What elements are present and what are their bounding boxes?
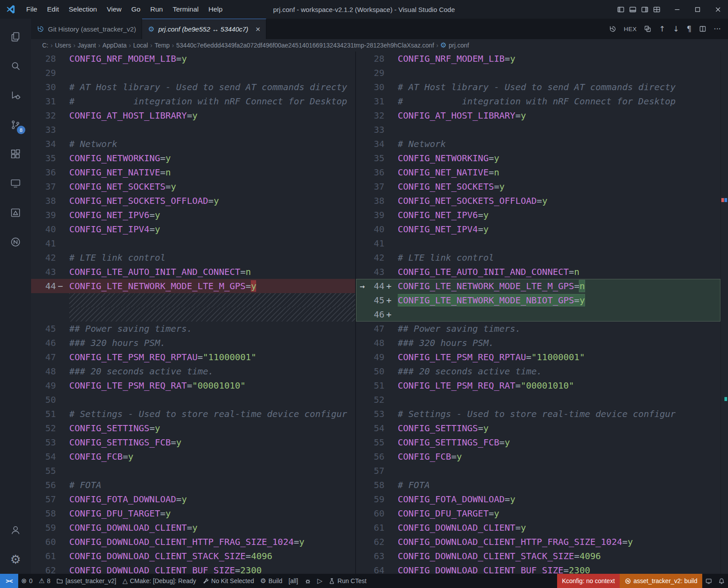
- code-line[interactable]: 46+: [356, 307, 720, 322]
- code-line[interactable]: 51# Settings - Used to store real-time d…: [31, 407, 355, 421]
- code-line[interactable]: 59CONFIG_FOTA_DOWNLOAD=y: [356, 492, 720, 506]
- menu-go[interactable]: Go: [127, 4, 146, 15]
- breadcrumb-item[interactable]: Users: [55, 42, 72, 49]
- code-line[interactable]: 61CONFIG_DOWNLOAD_CLIENT_STACK_SIZE=4096: [31, 549, 355, 563]
- code-line[interactable]: 29: [356, 66, 720, 80]
- code-line[interactable]: 37CONFIG_NET_SOCKETS=y: [31, 179, 355, 194]
- next-change-button[interactable]: ↓: [673, 25, 679, 33]
- code-line[interactable]: 45## Power saving timers.: [31, 322, 355, 336]
- code-line[interactable]: 31# integration with nRF Connect for Des…: [356, 94, 720, 108]
- code-line[interactable]: 47## Power saving timers.: [356, 322, 720, 336]
- code-line[interactable]: 28CONFIG_NRF_MODEM_LIB=y: [31, 52, 355, 66]
- activity-item-source-control[interactable]: 8: [0, 110, 31, 139]
- code-line[interactable]: 48### 320 hours PSM.: [356, 336, 720, 350]
- activity-item-run-and-debug[interactable]: [0, 81, 31, 110]
- minimize-button[interactable]: [667, 0, 687, 19]
- status-debug-target[interactable]: [301, 574, 314, 588]
- code-line[interactable]: 53CONFIG_SETTINGS_FCB=y: [31, 435, 355, 449]
- activity-item-settings[interactable]: ⚙: [0, 544, 31, 574]
- code-line[interactable]: 40CONFIG_NET_IPV4=y: [31, 222, 355, 236]
- code-line[interactable]: 43CONFIG_LTE_AUTO_INIT_AND_CONNECT=n: [356, 265, 720, 279]
- code-line[interactable]: 36CONFIG_NET_NATIVE=n: [31, 165, 355, 179]
- activity-item-search[interactable]: [0, 52, 31, 81]
- activity-item-explorer[interactable]: [0, 22, 31, 52]
- code-line[interactable]: 44−CONFIG_LTE_NETWORK_MODE_LTE_M_GPS=y: [31, 279, 355, 293]
- code-line[interactable]: 32CONFIG_AT_HOST_LIBRARY=y: [356, 108, 720, 123]
- code-line[interactable]: 34# Network: [31, 137, 355, 151]
- layout-sidebar-right-button[interactable]: [641, 6, 649, 13]
- code-line[interactable]: 49CONFIG_LTE_PSM_REQ_RPTAU="11000001": [356, 350, 720, 364]
- code-line[interactable]: 58# FOTA: [356, 478, 720, 492]
- menu-edit[interactable]: Edit: [42, 4, 64, 15]
- render-whitespace-button[interactable]: ¶: [687, 25, 692, 33]
- code-line[interactable]: 42# LTE link control: [356, 250, 720, 265]
- code-line[interactable]: 36CONFIG_NET_NATIVE=n: [356, 165, 720, 179]
- hex-toggle-label[interactable]: HEX: [624, 26, 637, 32]
- code-line[interactable]: 60CONFIG_DOWNLOAD_CLIENT_HTTP_FRAG_SIZE_…: [31, 535, 355, 549]
- code-line[interactable]: 54CONFIG_SETTINGS=y: [356, 421, 720, 435]
- activity-item-image-preview[interactable]: [0, 198, 31, 227]
- overview-ruler[interactable]: [720, 52, 728, 574]
- code-line[interactable]: 35CONFIG_NETWORKING=y: [31, 151, 355, 165]
- status-build-target[interactable]: [all]: [285, 574, 301, 588]
- code-line[interactable]: 38CONFIG_NET_SOCKETS_OFFLOAD=y: [31, 194, 355, 208]
- code-line[interactable]: 31# integration with nRF Connect for Des…: [31, 94, 355, 108]
- code-line[interactable]: 55: [31, 464, 355, 478]
- maximize-button[interactable]: [687, 0, 708, 19]
- code-line[interactable]: 43CONFIG_LTE_AUTO_INIT_AND_CONNECT=n: [31, 265, 355, 279]
- status-cmake-kit[interactable]: No Kit Selected: [199, 574, 257, 588]
- code-line[interactable]: 55CONFIG_SETTINGS_FCB=y: [356, 435, 720, 449]
- menu-file[interactable]: File: [21, 4, 42, 15]
- code-line[interactable]: 57CONFIG_FOTA_DOWNLOAD=y: [31, 492, 355, 506]
- code-line[interactable]: 63CONFIG_DOWNLOAD_CLIENT_STACK_SIZE=4096: [356, 549, 720, 563]
- activity-item-nrf-connect[interactable]: [0, 227, 31, 257]
- code-line[interactable]: 52CONFIG_SETTINGS=y: [31, 421, 355, 435]
- code-line[interactable]: →44+CONFIG_LTE_NETWORK_MODE_LTE_M_GPS=n: [356, 279, 720, 293]
- code-line[interactable]: 30# AT Host library - Used to send AT co…: [31, 80, 355, 94]
- code-line[interactable]: 48### 20 seconds active time.: [31, 364, 355, 378]
- menu-run[interactable]: Run: [145, 4, 167, 15]
- code-line[interactable]: 62CONFIG_DOWNLOAD_CLIENT_HTTP_FRAG_SIZE_…: [356, 535, 720, 549]
- code-line[interactable]: 41: [31, 236, 355, 250]
- menu-selection[interactable]: Selection: [64, 4, 102, 15]
- status-cmake-status[interactable]: △CMake: [Debug]: Ready: [119, 574, 199, 588]
- code-line[interactable]: 58CONFIG_DFU_TARGET=y: [31, 506, 355, 520]
- code-line[interactable]: 29: [31, 66, 355, 80]
- layout-customize-button[interactable]: [653, 6, 661, 13]
- code-line[interactable]: 46### 320 hours PSM.: [31, 336, 355, 350]
- status-remote-window[interactable]: [702, 574, 715, 588]
- tab-git-history[interactable]: Git History (asset_tracker_v2): [31, 19, 142, 39]
- status-problems-warnings[interactable]: ⚠8: [36, 574, 53, 588]
- code-line[interactable]: 56CONFIG_FCB=y: [356, 449, 720, 464]
- layout-sidebar-button[interactable]: [617, 6, 625, 13]
- code-line[interactable]: 49CONFIG_LTE_PSM_REQ_RAT="00001010": [31, 378, 355, 393]
- status-nrf-build-config[interactable]: asset_tracker_v2: build: [620, 574, 702, 588]
- tab-prj-conf-diff[interactable]: ⚙prj.conf (be9e552 ↔ 53440c7)×: [142, 19, 266, 39]
- layout-panel-button[interactable]: [629, 6, 637, 13]
- code-line[interactable]: 53# Settings - Used to store real-time d…: [356, 407, 720, 421]
- code-line[interactable]: 37CONFIG_NET_SOCKETS=y: [356, 179, 720, 194]
- code-line[interactable]: 33: [31, 123, 355, 137]
- code-line[interactable]: 60CONFIG_DFU_TARGET=y: [356, 506, 720, 520]
- code-line[interactable]: 45+CONFIG_LTE_NETWORK_MODE_NBIOT_GPS=y: [356, 293, 720, 307]
- activity-item-accounts[interactable]: [0, 515, 31, 544]
- code-line[interactable]: 34# Network: [356, 137, 720, 151]
- code-line[interactable]: 33: [356, 123, 720, 137]
- breadcrumb-item[interactable]: AppData: [102, 42, 127, 49]
- breadcrumb-item[interactable]: Temp: [154, 42, 170, 49]
- close-button[interactable]: [708, 0, 728, 19]
- menu-help[interactable]: Help: [204, 4, 228, 15]
- code-line[interactable]: 64CONFIG_DOWNLOAD_CLIENT_BUF_SIZE=2300: [356, 563, 720, 574]
- code-line[interactable]: 52: [356, 393, 720, 407]
- code-line[interactable]: 35CONFIG_NETWORKING=y: [356, 151, 720, 165]
- status-cmake-build[interactable]: ⚙Build: [257, 574, 285, 588]
- breadcrumb-item[interactable]: 53440c7e6eddd4349fa2a072df496f00ae245140…: [176, 42, 435, 49]
- code-line[interactable]: 47CONFIG_LTE_PSM_REQ_RPTAU="11000001": [31, 350, 355, 364]
- status-kconfig-context[interactable]: Kconfig: no context: [557, 574, 620, 588]
- breadcrumb-item[interactable]: C:: [42, 42, 49, 49]
- split-editor-button[interactable]: [699, 25, 706, 32]
- code-line[interactable]: 57: [356, 464, 720, 478]
- status-launch-target[interactable]: ▷: [314, 574, 326, 588]
- activity-item-remote-explorer[interactable]: [0, 169, 31, 198]
- more-actions-button[interactable]: ···: [714, 25, 721, 33]
